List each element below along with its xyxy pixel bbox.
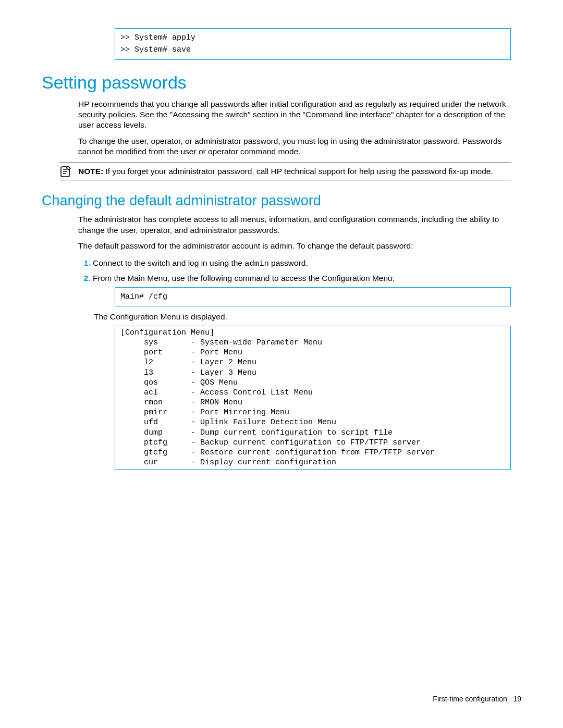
step-1-text-c: password. (269, 258, 308, 267)
paragraph-recommendation: HP recommends that you change all passwo… (78, 99, 511, 131)
note-text: If you forget your administrator passwor… (103, 167, 493, 176)
step-2: From the Main Menu, use the following co… (93, 272, 521, 284)
note-block: NOTE: If you forget your administrator p… (60, 163, 511, 180)
heading-changing-admin-password: Changing the default administrator passw… (42, 193, 521, 209)
paragraph-change-password: To change the user, operator, or adminis… (78, 136, 511, 157)
step-1-text-a: Connect to the switch and log in using t… (93, 258, 244, 267)
step-1-admin-literal: admin (244, 259, 269, 268)
note-icon (59, 165, 72, 183)
heading-setting-passwords: Setting passwords (42, 72, 521, 93)
code-block-cfg: Main# /cfg (115, 287, 511, 306)
note-label: NOTE: (78, 167, 103, 176)
steps-list: Connect to the switch and log in using t… (78, 257, 521, 285)
page-footer: First-time configuration 19 (433, 695, 521, 703)
paragraph-default-password: The default password for the administrat… (78, 241, 511, 251)
footer-section: First-time configuration (433, 695, 507, 703)
document-page: >> System# apply >> System# save Setting… (0, 0, 563, 470)
code-block-apply-save: >> System# apply >> System# save (115, 28, 511, 60)
code-block-config-menu: [Configuration Menu] sys - System-wide P… (115, 326, 511, 470)
paragraph-admin-access: The administrator has complete access to… (78, 214, 511, 236)
footer-page-number: 19 (513, 695, 521, 703)
paragraph-config-menu-displayed: The Configuration Menu is displayed. (94, 312, 511, 322)
step-1: Connect to the switch and log in using t… (93, 257, 521, 270)
